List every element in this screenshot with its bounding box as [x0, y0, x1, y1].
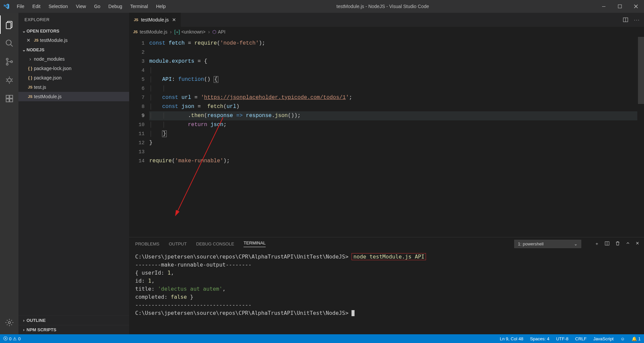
- js-file-icon: JS: [134, 18, 138, 22]
- menu-edit[interactable]: Edit: [29, 0, 45, 13]
- status-notifications[interactable]: 🔔1: [628, 334, 644, 343]
- panel-tab-terminal[interactable]: TERMINAL: [244, 240, 266, 247]
- code-editor[interactable]: 1234567891011121314 const fetch = requir…: [129, 37, 644, 237]
- panel-tab-output[interactable]: OUTPUT: [169, 241, 186, 246]
- svg-line-5: [10, 44, 13, 47]
- activity-debug-icon[interactable]: [0, 71, 18, 89]
- menu-selection[interactable]: Selection: [45, 0, 72, 13]
- close-icon[interactable]: ✕: [172, 17, 176, 22]
- file-label: package-lock.json: [34, 66, 71, 71]
- explorer-sidebar: EXPLORER ⌄ OPEN EDITORS ✕ JS testModule.…: [18, 13, 129, 334]
- activity-settings-gear-icon[interactable]: [0, 313, 18, 332]
- file-label: testModule.js: [34, 94, 61, 99]
- editor-tab-testmodule[interactable]: JS testModule.js ✕: [129, 13, 181, 27]
- editor-actions: ···: [619, 13, 644, 27]
- status-line-col[interactable]: Ln 9, Col 48: [496, 334, 527, 343]
- panel-tab-debug-console[interactable]: DEBUG CONSOLE: [196, 241, 234, 246]
- project-section[interactable]: ⌄ NODEJS: [18, 45, 129, 54]
- chevron-down-icon: ⌄: [574, 241, 578, 246]
- file-package-lock-json[interactable]: { } package-lock.json: [18, 64, 129, 73]
- status-indent[interactable]: Spaces: 4: [527, 334, 553, 343]
- maximize-button[interactable]: [612, 0, 628, 13]
- js-file-icon: JS: [26, 85, 34, 89]
- menu-file[interactable]: File: [13, 0, 29, 13]
- panel: PROBLEMS OUTPUT DEBUG CONSOLE TERMINAL 1…: [129, 237, 644, 334]
- method-icon: ⬡: [212, 29, 216, 35]
- new-terminal-icon[interactable]: ＋: [595, 241, 599, 247]
- minimize-button[interactable]: [596, 0, 612, 13]
- breadcrumb-symbol[interactable]: <unknown>: [181, 29, 205, 35]
- npm-scripts-label: NPM SCRIPTS: [26, 327, 56, 332]
- kill-terminal-icon[interactable]: [615, 241, 620, 247]
- svg-rect-10: [6, 95, 9, 98]
- window-close-button[interactable]: [628, 0, 644, 13]
- status-encoding[interactable]: UTF-8: [553, 334, 572, 343]
- status-feedback-icon[interactable]: ☺: [617, 334, 628, 343]
- file-package-json[interactable]: { } package.json: [18, 73, 129, 82]
- terminal-cursor: [352, 310, 355, 316]
- file-test-js[interactable]: JS test.js: [18, 82, 129, 92]
- svg-point-14: [8, 321, 10, 324]
- status-language[interactable]: JavaScript: [590, 334, 617, 343]
- terminal-selector-label: 1: powershell: [518, 241, 544, 246]
- breadcrumbs[interactable]: JS testModule.js › [∘] <unknown> › ⬡ API: [129, 27, 644, 37]
- chevron-right-icon: ›: [26, 56, 34, 62]
- open-editors-section[interactable]: ⌄ OPEN EDITORS: [18, 26, 129, 36]
- terminal-selector[interactable]: 1: powershell ⌄: [514, 240, 581, 248]
- editor-tab-bar: JS testModule.js ✕ ···: [129, 13, 644, 27]
- menu-terminal[interactable]: Terminal: [126, 0, 152, 13]
- panel-tab-problems[interactable]: PROBLEMS: [135, 241, 159, 246]
- open-editors-label: OPEN EDITORS: [26, 28, 59, 34]
- activity-bar: [0, 13, 18, 334]
- more-actions-icon[interactable]: ···: [634, 17, 640, 22]
- file-label: node_modules: [34, 56, 65, 62]
- folder-node-modules[interactable]: › node_modules: [18, 54, 129, 64]
- terminal-line: ------------------------------------: [135, 301, 638, 309]
- split-editor-icon[interactable]: [623, 17, 629, 23]
- line-gutter: 1234567891011121314: [129, 37, 149, 237]
- svg-rect-11: [10, 95, 13, 98]
- menu-help[interactable]: Help: [152, 0, 170, 13]
- activity-extensions-icon[interactable]: [0, 89, 18, 108]
- activity-explorer-icon[interactable]: [0, 15, 18, 34]
- minimap-scrollbar[interactable]: [638, 37, 644, 237]
- svg-rect-3: [6, 22, 11, 29]
- svg-point-7: [6, 63, 8, 65]
- maximize-panel-icon[interactable]: [626, 241, 630, 247]
- menu-debug[interactable]: Debug: [104, 0, 126, 13]
- svg-rect-1: [618, 5, 622, 8]
- explorer-title: EXPLORER: [18, 13, 129, 26]
- project-label: NODEJS: [26, 47, 44, 52]
- window-controls: [596, 0, 644, 13]
- status-errors[interactable]: ⓧ0 ⚠0: [0, 334, 24, 343]
- menu-go[interactable]: Go: [90, 0, 104, 13]
- breadcrumb-file[interactable]: testModule.js: [140, 29, 167, 35]
- open-editor-item[interactable]: ✕ JS testModule.js: [18, 36, 129, 45]
- terminal-line: { userId: 1,: [135, 269, 638, 277]
- warning-icon: ⚠: [13, 336, 17, 341]
- file-testmodule-js[interactable]: JS testModule.js: [18, 92, 129, 101]
- vscode-logo-icon: [0, 3, 13, 10]
- npm-scripts-section[interactable]: › NPM SCRIPTS: [18, 325, 129, 334]
- status-bar: ⓧ0 ⚠0 Ln 9, Col 48 Spaces: 4 UTF-8 CRLF …: [0, 334, 644, 343]
- code-content[interactable]: const fetch = require('node-fetch'); mod…: [149, 37, 644, 237]
- terminal-line: C:\Users\jpetersen\source\repos\CPR\Alph…: [135, 309, 638, 317]
- close-icon[interactable]: ✕: [26, 38, 33, 43]
- chevron-right-icon: ›: [170, 29, 172, 35]
- panel-tab-bar: PROBLEMS OUTPUT DEBUG CONSOLE TERMINAL 1…: [129, 237, 644, 250]
- activity-source-control-icon[interactable]: [0, 52, 18, 71]
- breadcrumb-symbol[interactable]: API: [218, 29, 225, 35]
- chevron-right-icon: ›: [21, 327, 26, 332]
- open-editor-label: testModule.js: [40, 38, 67, 43]
- terminal-line: title: 'delectus aut autem',: [135, 285, 638, 293]
- split-terminal-icon[interactable]: [604, 241, 610, 247]
- outline-section[interactable]: › OUTLINE: [18, 316, 129, 325]
- chevron-right-icon: ›: [21, 318, 26, 323]
- activity-search-icon[interactable]: [0, 34, 18, 52]
- status-eol[interactable]: CRLF: [572, 334, 590, 343]
- terminal-prompt: C:\Users\jpetersen\source\repos\CPR\Alph…: [135, 253, 348, 260]
- terminal-output[interactable]: C:\Users\jpetersen\source\repos\CPR\Alph…: [129, 250, 644, 334]
- json-file-icon: { }: [26, 66, 34, 71]
- close-panel-icon[interactable]: ✕: [636, 241, 639, 247]
- menu-view[interactable]: View: [72, 0, 90, 13]
